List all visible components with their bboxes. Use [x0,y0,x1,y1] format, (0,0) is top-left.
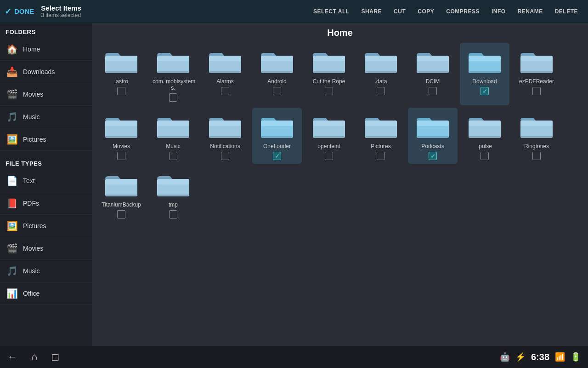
folder-item[interactable]: OneLouder✓ [252,108,302,164]
folder-checkbox[interactable] [169,210,177,218]
folder-checkbox[interactable] [325,152,333,160]
main-layout: FOLDERS🏠 Home📥 Downloads🎬 Movies🎵 Music🖼… [0,23,588,346]
folder-item[interactable]: Download✓ [460,43,509,105]
text-filetype-icon: 📄 [6,174,18,187]
sidebar-filetype-label: Pictures [23,222,46,230]
folder-checkbox[interactable] [117,152,125,160]
folder-item[interactable]: Notifications [200,108,250,164]
compress-button[interactable]: COMPRESS [441,6,485,17]
folder-checkbox[interactable] [117,87,125,95]
folder-item[interactable]: .astro [96,43,146,105]
sidebar-item-movies[interactable]: 🎬 Movies [0,83,92,106]
svg-rect-2 [105,56,137,61]
filetypes-section-title: FILE TYPES [0,155,92,170]
folder-checkbox[interactable] [377,87,385,95]
select-count: 3 items selected [41,12,303,18]
folder-checkbox[interactable] [429,87,437,95]
folder-name: Alarms [216,78,233,85]
folder-item[interactable]: Music [148,108,198,164]
folder-item[interactable]: TitaniumBackup [96,166,146,222]
sidebar-item-home[interactable]: 🏠 Home [0,38,92,61]
folder-checkbox[interactable] [481,152,489,160]
sidebar-filetype-movies[interactable]: 🎬 Movies [0,237,92,260]
folder-icon [362,111,399,141]
sidebar-filetype-pictures[interactable]: 🖼️ Pictures [0,215,92,237]
svg-rect-62 [417,121,449,126]
folder-item[interactable]: Cut the Rope [304,43,354,105]
check-icon: ✓ [5,6,11,17]
info-button[interactable]: INFO [486,6,511,17]
copy-button[interactable]: COPY [412,6,440,17]
folder-name: .astro [114,78,128,85]
folder-checkbox[interactable] [377,152,385,160]
svg-rect-66 [469,121,501,126]
sidebar: FOLDERS🏠 Home📥 Downloads🎬 Movies🎵 Music🖼… [0,23,92,346]
select-all-button[interactable]: SELECT ALL [308,6,355,17]
folder-checkbox[interactable] [532,87,541,95]
folder-item[interactable]: Ringtones [512,108,561,164]
folder-item[interactable]: Pictures [356,108,406,164]
sidebar-item-downloads[interactable]: 📥 Downloads [0,61,92,83]
sidebar-label: Pictures [23,136,46,143]
folder-name: Movies [113,143,130,150]
folder-checkbox[interactable] [117,210,125,218]
folder-item[interactable]: .com. mobisystems. [148,43,198,105]
svg-rect-3 [105,71,137,73]
folder-item[interactable]: Alarms [200,43,250,105]
svg-rect-27 [417,71,449,73]
folder-name: Cut the Rope [313,78,345,85]
folder-checkbox[interactable] [221,152,229,160]
folder-checkbox[interactable] [325,87,333,95]
svg-rect-23 [365,71,397,73]
folder-item[interactable]: Android [252,43,302,105]
home-icon[interactable]: ⌂ [31,351,37,363]
share-button[interactable]: SHARE [356,6,388,17]
folder-checkbox[interactable] [169,152,177,160]
folder-checkbox[interactable] [221,87,229,95]
svg-rect-54 [313,121,345,126]
folder-item[interactable]: DCIM [408,43,458,105]
folder-checkbox[interactable]: ✓ [273,152,281,160]
folder-item[interactable]: ezPDFReader [512,43,561,105]
rename-button[interactable]: RENAME [512,6,548,17]
folder-name: Music [166,143,180,150]
folder-item[interactable]: .pulse [460,108,509,164]
folder-checkbox[interactable]: ✓ [481,87,489,95]
folder-checkbox[interactable] [532,152,541,160]
sidebar-filetype-music[interactable]: 🎵 Music [0,260,92,282]
folder-name: Notifications [210,143,240,150]
content-area: Home .astro [92,23,588,346]
sidebar-filetype-office[interactable]: 📊 Office [0,282,92,305]
svg-rect-39 [105,136,137,138]
folder-icon [155,46,192,76]
sidebar-item-pictures[interactable]: 🖼️ Pictures [0,128,92,151]
svg-rect-50 [261,121,293,126]
folder-checkbox[interactable] [169,93,177,102]
folder-name: DCIM [426,78,440,85]
top-actions: SELECT ALLSHARECUTCOPYCOMPRESSINFORENAME… [308,6,583,17]
cut-button[interactable]: CUT [388,6,411,17]
folder-checkbox[interactable]: ✓ [429,152,437,160]
folder-item[interactable]: tmp [148,166,198,222]
sidebar-item-music[interactable]: 🎵 Music [0,106,92,128]
sidebar-filetype-pdfs[interactable]: 📕 PDFs [0,192,92,215]
folder-item[interactable]: Movies [96,108,146,164]
svg-rect-38 [105,121,137,126]
folder-item[interactable]: Podcasts✓ [408,108,458,164]
done-button[interactable]: ✓ DONE [5,6,34,17]
folder-icon [414,111,451,141]
folder-icon [311,111,347,141]
svg-rect-75 [105,195,137,196]
recents-icon[interactable]: ◻ [51,351,59,363]
folder-checkbox[interactable] [273,87,281,95]
sidebar-filetype-label: Music [23,267,40,275]
folder-item[interactable]: openfeint [304,108,354,164]
delete-button[interactable]: DELETE [549,6,583,17]
svg-rect-11 [209,71,241,73]
folder-icon [207,111,243,141]
folder-item[interactable]: .data [356,43,406,105]
back-icon[interactable]: ← [7,351,17,363]
svg-rect-42 [157,121,189,126]
status-time: 6:38 [531,352,549,362]
sidebar-filetype-text[interactable]: 📄 Text [0,170,92,192]
